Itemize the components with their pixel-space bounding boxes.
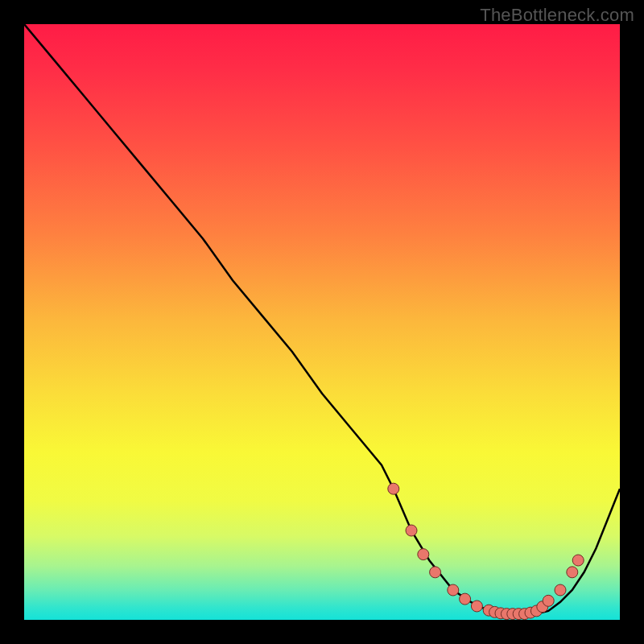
marker-point [460,593,471,605]
marker-point [388,483,399,494]
marker-point [418,549,429,560]
marker-point [572,555,584,566]
marker-point [448,584,459,596]
plot-area [24,24,620,620]
bottleneck-curve [24,24,620,614]
highlight-markers [388,483,584,619]
chart-frame: TheBottleneck.com [0,0,644,644]
marker-point [430,567,441,578]
marker-point [567,567,578,578]
marker-point [555,584,566,596]
marker-point [471,601,482,612]
curve-layer [24,24,620,620]
attribution-text: TheBottleneck.com [480,5,634,26]
marker-point [543,595,554,606]
marker-point [406,525,417,536]
